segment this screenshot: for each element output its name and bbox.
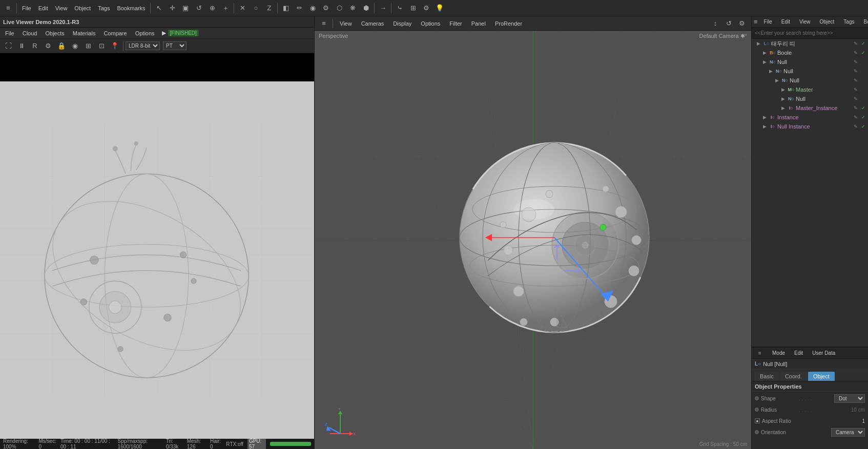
tree-visibility-checkbox[interactable]: ✓: [860, 104, 867, 112]
menu-bookmarks[interactable]: Bookmarks: [114, 4, 148, 12]
tree-edit-button[interactable]: ✎: [852, 68, 859, 75]
right-menu-edit2[interactable]: Edit: [778, 18, 793, 26]
props-menu-icon[interactable]: ≡: [754, 347, 766, 359]
ldr-select[interactable]: LDR 8-bit HDR: [126, 41, 160, 50]
cube-icon[interactable]: ◧: [280, 2, 292, 14]
vp-menu-filter[interactable]: Filter: [445, 19, 466, 28]
tree-edit-button[interactable]: ✎: [852, 77, 859, 84]
right-menu-file2[interactable]: File: [761, 18, 775, 26]
add-icon[interactable]: ＋: [219, 2, 232, 14]
vp-settings-icon[interactable]: ⚙: [736, 17, 748, 30]
settings2-icon[interactable]: ⚙: [420, 2, 432, 14]
tree-expand-icon[interactable]: ▶: [781, 87, 787, 92]
props-menu-mode[interactable]: Mode: [769, 349, 788, 357]
lv-menu-materials[interactable]: Materials: [70, 29, 99, 37]
pt-select[interactable]: PT CPU: [163, 41, 187, 50]
tree-edit-button[interactable]: ✎: [852, 104, 859, 112]
menu-view[interactable]: View: [52, 4, 71, 12]
lv-icon1[interactable]: ⛶: [2, 40, 14, 52]
tree-expand-icon[interactable]: ▶: [769, 69, 774, 74]
tab-coord[interactable]: Coord.: [780, 372, 807, 381]
viewport-3d[interactable]: Y X Z Perspective Default Camera ✱° Grid…: [315, 31, 751, 449]
lv-icon5[interactable]: 🔒: [55, 40, 68, 52]
tree-visibility-checkbox[interactable]: ✓: [860, 40, 867, 47]
lv-icon2[interactable]: ⏸: [15, 40, 28, 52]
menu-icon[interactable]: ≡: [2, 2, 14, 14]
grid-icon[interactable]: ⊞: [407, 2, 419, 14]
tree-edit-button[interactable]: ✎: [852, 95, 859, 102]
tree-expand-icon[interactable]: ▶: [775, 78, 780, 83]
vp-menu-panel[interactable]: Panel: [467, 19, 490, 28]
tree-item[interactable]: ▶I○Null Instance✎✓: [752, 122, 868, 131]
lv-menu-file[interactable]: File: [2, 29, 17, 37]
tree-edit-button[interactable]: ✎: [852, 49, 859, 56]
tree-item[interactable]: ▶I○Master_Instance✎✓: [752, 103, 868, 113]
tree-expand-icon[interactable]: ▶: [763, 50, 768, 55]
tree-expand-icon[interactable]: ▶: [781, 105, 787, 111]
move-icon[interactable]: ✛: [166, 2, 178, 14]
z-icon[interactable]: Z: [263, 2, 275, 14]
right-menu-tags2[interactable]: Tags: [840, 18, 857, 26]
tree-expand-icon[interactable]: ▶: [763, 124, 768, 129]
menu-edit[interactable]: Edit: [35, 4, 51, 12]
vp-menu-cameras[interactable]: Cameras: [357, 19, 388, 28]
tree-expand-icon[interactable]: ▶: [781, 96, 787, 101]
lv-menu-options[interactable]: Options: [132, 29, 158, 37]
lv-menu-objects[interactable]: Objects: [42, 29, 67, 37]
tool5-icon[interactable]: ⬡: [333, 2, 345, 14]
tree-item[interactable]: ▶N○Null✎: [752, 94, 868, 103]
vp-menu-options[interactable]: Options: [417, 19, 444, 28]
tree-item[interactable]: ▶L○태두리 띠✎✓: [752, 39, 868, 48]
lv-menu-compare[interactable]: Compare: [100, 29, 130, 37]
tree-visibility-checkbox[interactable]: ✓: [860, 123, 867, 130]
tree-item[interactable]: ▶B○Boole✎✓: [752, 48, 868, 57]
circle-icon[interactable]: ○: [250, 2, 262, 14]
right-menu-bm[interactable]: Bookmarks: [860, 18, 868, 26]
cancel-icon[interactable]: ✕: [236, 2, 249, 14]
refresh-icon[interactable]: ↺: [193, 2, 205, 14]
menu-tags[interactable]: Tags: [95, 4, 113, 12]
right-menu-view2[interactable]: View: [796, 18, 814, 26]
vp-menu-prorender[interactable]: ProRender: [491, 19, 526, 28]
pencil-icon[interactable]: ✏: [293, 2, 305, 14]
tool7-icon[interactable]: ⬢: [360, 2, 372, 14]
gear-icon[interactable]: ⚙: [320, 2, 332, 14]
tab-basic[interactable]: Basic: [755, 372, 779, 381]
lv-menu-cloud[interactable]: Cloud: [19, 29, 40, 37]
light-icon[interactable]: 💡: [433, 2, 446, 14]
vp-sync-icon[interactable]: ↕: [709, 17, 721, 30]
vp-menu-display[interactable]: Display: [389, 19, 416, 28]
tree-edit-button[interactable]: ✎: [852, 114, 859, 121]
tree-expand-icon[interactable]: ▶: [757, 41, 762, 46]
tree-visibility-checkbox[interactable]: ✓: [860, 49, 867, 56]
props-menu-userdata[interactable]: User Data: [809, 349, 838, 357]
select-icon[interactable]: ↖: [153, 2, 165, 14]
tree-item[interactable]: ▶N○Null✎: [752, 67, 868, 76]
tree-edit-button[interactable]: ✎: [852, 58, 859, 66]
tree-edit-button[interactable]: ✎: [852, 123, 859, 130]
lasso-icon[interactable]: ⤷: [394, 2, 406, 14]
tree-visibility-checkbox[interactable]: ✓: [860, 114, 867, 121]
menu-file[interactable]: File: [19, 4, 34, 12]
arrow-icon[interactable]: →: [377, 2, 389, 14]
props-dropdown[interactable]: Dot: [834, 394, 865, 403]
tree-edit-button[interactable]: ✎: [852, 86, 859, 93]
render-icon[interactable]: ⊕: [206, 2, 218, 14]
search-input[interactable]: [755, 30, 865, 36]
save-icon[interactable]: ▣: [179, 2, 192, 14]
vp-menu-view[interactable]: View: [336, 19, 356, 28]
right-menu-obj[interactable]: Object: [816, 18, 837, 26]
sphere-icon[interactable]: ◉: [306, 2, 319, 14]
tree-item[interactable]: ▶I○Instance✎✓: [752, 113, 868, 122]
tree-item[interactable]: ▶N○Null✎: [752, 76, 868, 85]
tree-edit-button[interactable]: ✎: [852, 40, 859, 47]
props-dropdown[interactable]: Camera: [831, 428, 865, 437]
tool6-icon[interactable]: ❋: [346, 2, 359, 14]
vp-menu-icon[interactable]: ≡: [318, 17, 330, 30]
lv-icon8[interactable]: ⊡: [95, 40, 108, 52]
tree-item[interactable]: ▶N○Null✎: [752, 57, 868, 67]
lv-icon9[interactable]: 📍: [109, 40, 121, 52]
lv-icon3[interactable]: R: [29, 40, 41, 52]
vp-refresh-icon[interactable]: ↺: [722, 17, 735, 30]
props-menu-edit[interactable]: Edit: [791, 349, 806, 357]
